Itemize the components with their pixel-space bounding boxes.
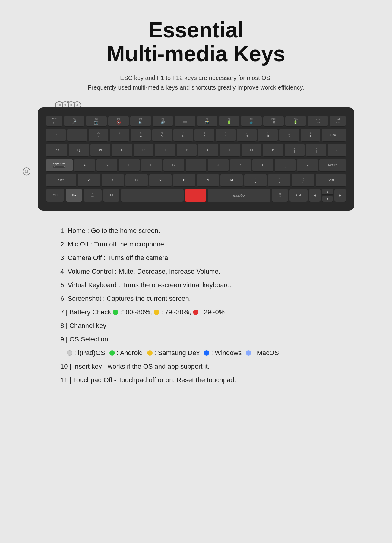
key-y: Y bbox=[177, 144, 197, 157]
desc-item-4: 4. Volume Control : Mute, Decrease, Incr… bbox=[60, 266, 332, 276]
key-m: M bbox=[220, 174, 243, 187]
key-f6: F6 ⌨ bbox=[175, 116, 195, 127]
desc-7-text: 7 | Battery Check bbox=[60, 307, 111, 317]
key-comma: <, bbox=[244, 174, 267, 187]
key-period: >. bbox=[268, 174, 290, 187]
key-slash: ?/ bbox=[292, 174, 314, 187]
asdf-row: Caps Lock Touchpad off A S D F G H J K L… bbox=[46, 159, 346, 172]
key-g: G bbox=[163, 159, 184, 172]
dot-green-os bbox=[109, 350, 115, 356]
desc-3-text: 3. Camera Off : Turns off the camera. bbox=[60, 253, 170, 263]
key-6: ^6 bbox=[173, 129, 193, 142]
desc-6-text: 6. Screenshot : Captures the current scr… bbox=[60, 294, 191, 303]
key-space bbox=[121, 189, 184, 202]
key-q: Q bbox=[69, 144, 89, 157]
desc-item-5: 5. Virtual Keyboard : Turns the on-scree… bbox=[60, 280, 332, 290]
dot-yellow bbox=[154, 310, 159, 315]
key-1: !1 bbox=[67, 129, 87, 142]
zxcv-row: Shift Z X C V B N M <, >. ?/ Shift bbox=[46, 174, 346, 187]
key-p: P bbox=[263, 144, 283, 157]
desc-8-text: 8 | Channel key bbox=[60, 321, 106, 331]
key-k: K bbox=[230, 159, 251, 172]
key-rbracket: }] bbox=[306, 144, 326, 157]
key-4: $4 bbox=[131, 129, 150, 142]
dot-blue-os bbox=[204, 350, 209, 356]
key-w: W bbox=[90, 144, 111, 157]
key-c: C bbox=[125, 174, 148, 187]
dot-lightblue-os bbox=[246, 350, 251, 356]
key-u: U bbox=[198, 144, 218, 157]
key-equals: += bbox=[301, 129, 320, 142]
battery-red-label: : 29~0% bbox=[200, 307, 225, 317]
desc-item-9b: : i(Pad)OS : Android : Samsung Dex : Win… bbox=[60, 348, 332, 358]
desc-item-3: 3. Camera Off : Turns off the camera. bbox=[60, 253, 332, 263]
key-arrow-right: ► bbox=[334, 189, 346, 202]
key-del: Del Ins bbox=[330, 116, 346, 127]
key-arrow-up: ▲ bbox=[322, 189, 333, 195]
key-space-red bbox=[185, 189, 206, 202]
dot-red bbox=[193, 310, 198, 315]
key-j: J bbox=[208, 159, 229, 172]
key-capslock: Caps Lock Touchpad off bbox=[46, 159, 73, 172]
key-9: (9 bbox=[237, 129, 257, 142]
key-ctrl-left: Ctrl bbox=[46, 189, 64, 202]
desc-1-text: 1. Home : Go to the home screen. bbox=[60, 226, 160, 236]
desc-item-9: 9 | OS Selection bbox=[60, 334, 332, 344]
key-f12: F12 OS bbox=[308, 116, 328, 127]
callout-11-left: 11 bbox=[23, 171, 27, 172]
key-t: T bbox=[155, 144, 175, 157]
os-gray-label: : i(Pad)OS bbox=[74, 348, 105, 358]
key-arrow-left: ◄ bbox=[309, 189, 321, 202]
key-z: Z bbox=[78, 174, 100, 187]
desc-11-text: 11 | Touchpad Off - Touchpad off or on. … bbox=[60, 375, 236, 385]
desc-5-text: 5. Virtual Keyboard : Turns the on-scree… bbox=[60, 280, 232, 290]
desc-2-text: 2. Mic Off : Turn off the microphone. bbox=[60, 239, 166, 249]
desc-item-2: 2. Mic Off : Turn off the microphone. bbox=[60, 239, 332, 249]
key-return: Return bbox=[319, 159, 346, 172]
key-r: R bbox=[134, 144, 154, 157]
key-backspace: Back bbox=[322, 129, 346, 142]
key-f10: F10 ⊞ bbox=[263, 116, 284, 127]
key-f2: F2 📷 bbox=[86, 116, 106, 127]
qwerty-row: Tab Q W E R T Y U I O P {[ }] |\ bbox=[46, 144, 346, 157]
key-semicolon: :; bbox=[275, 159, 296, 172]
dot-gray bbox=[67, 350, 72, 356]
key-0: )0 bbox=[258, 129, 278, 142]
key-backtick: ~` bbox=[46, 129, 66, 142]
key-3: #3 bbox=[110, 129, 129, 142]
desc-item-6: 6. Screenshot : Captures the current scr… bbox=[60, 294, 332, 303]
key-lbracket: {[ bbox=[285, 144, 305, 157]
key-a: A bbox=[74, 159, 95, 172]
desc-4-text: 4. Volume Control : Mute, Decrease, Incr… bbox=[60, 266, 220, 276]
key-backslash: |\ bbox=[328, 144, 346, 157]
key-l: L bbox=[252, 159, 273, 172]
battery-green-label: :100~80%, bbox=[120, 307, 152, 317]
key-x: X bbox=[102, 174, 124, 187]
desc-item-10: 10 | Insert key - works if the OS and ap… bbox=[60, 361, 332, 371]
battery-yellow-label: : 79~30%, bbox=[161, 307, 191, 317]
key-b: B bbox=[173, 174, 195, 187]
keyboard-section: 1 2 3 4 5 6 7 8 9 10 11 Esc ⌂ F1 bbox=[24, 107, 368, 211]
key-7: &7 bbox=[194, 129, 214, 142]
key-f11: F11 🔋 bbox=[285, 116, 306, 127]
key-f5: F5 🔊 bbox=[153, 116, 173, 127]
key-f9: F9 📺 bbox=[241, 116, 261, 127]
key-alt-left: Alt bbox=[103, 189, 119, 202]
key-shift-right: Shift bbox=[316, 174, 346, 187]
key-f: F bbox=[141, 159, 162, 172]
key-n: N bbox=[197, 174, 219, 187]
key-logo: mōkibo bbox=[208, 189, 270, 202]
bottom-row: Ctrl Fn ⊞ Win Alt mōkibo ⊞ Alt Ctrl ◄ bbox=[46, 189, 346, 202]
os-yellow-label: : Samsung Dex bbox=[154, 348, 200, 358]
key-win: ⊞ Win bbox=[84, 189, 102, 202]
key-f8: F8 🔋 bbox=[219, 116, 239, 127]
arrow-cluster: ◄ ▲ ▼ ► bbox=[309, 189, 346, 202]
key-d: D bbox=[119, 159, 140, 172]
desc-10-text: 10 | Insert key - works if the OS and ap… bbox=[60, 361, 210, 371]
key-e: E bbox=[112, 144, 132, 157]
key-minus: _- bbox=[279, 129, 299, 142]
key-f1: F1 🎤 bbox=[64, 116, 84, 127]
desc-9-text: 9 | OS Selection bbox=[60, 334, 108, 344]
page-title: Essential Multi-media Keys bbox=[107, 18, 285, 66]
os-green-label: : Android bbox=[117, 348, 143, 358]
